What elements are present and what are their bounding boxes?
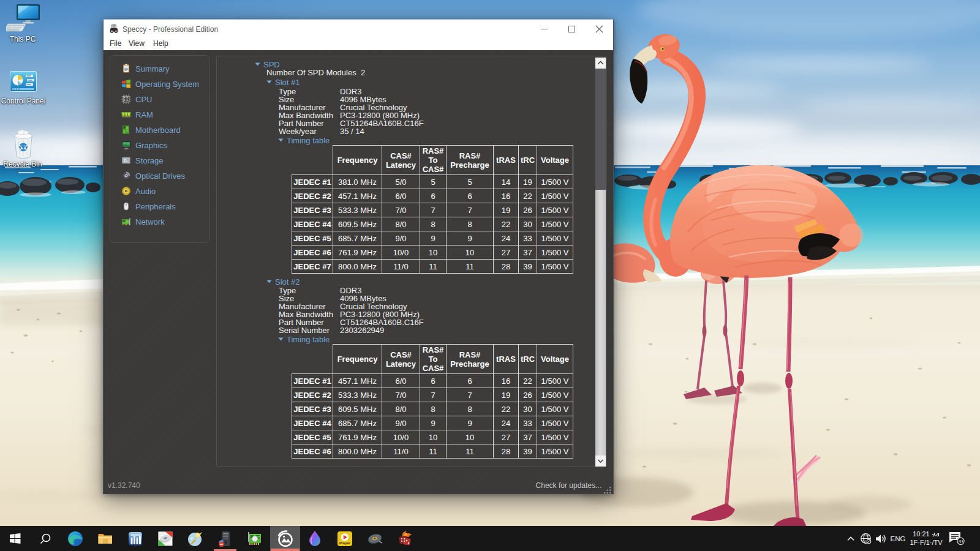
svg-text:Player: Player: [339, 540, 351, 544]
